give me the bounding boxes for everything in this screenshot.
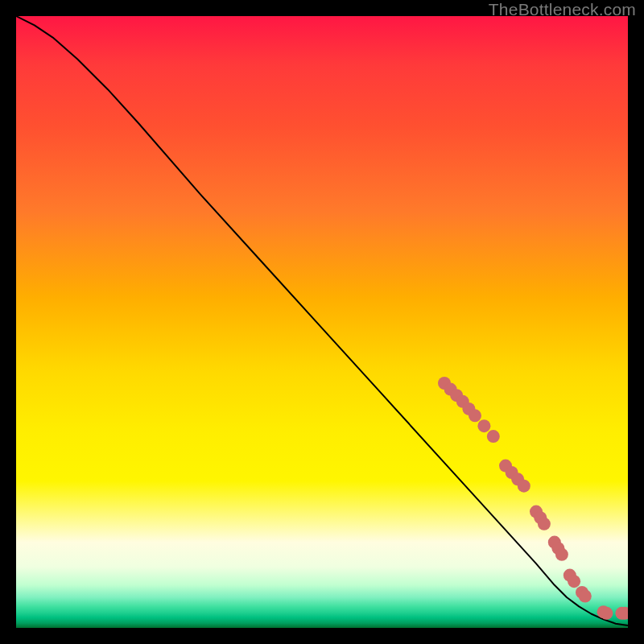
marker-point [579, 590, 592, 603]
marker-point [469, 409, 481, 422]
marker-point [487, 430, 500, 443]
curve-line [16, 16, 628, 625]
marker-point [600, 607, 613, 620]
marker-point [477, 419, 490, 432]
marker-point [518, 480, 530, 493]
curve-markers [438, 377, 628, 620]
chart-svg [16, 16, 628, 628]
marker-point [555, 548, 568, 561]
watermark-text: TheBottleneck.com [489, 0, 636, 19]
chart-stage: TheBottleneck.com [0, 0, 644, 644]
chart-plot-area [16, 16, 628, 628]
marker-point [538, 518, 551, 530]
marker-point [568, 575, 580, 588]
